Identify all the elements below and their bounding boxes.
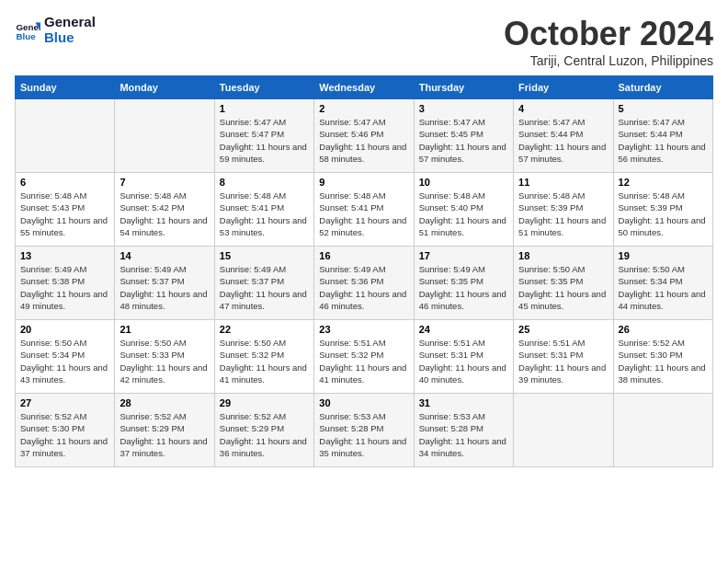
calendar-cell: 19Sunrise: 5:50 AM Sunset: 5:34 PM Dayli… (613, 247, 712, 320)
cell-sun-info: Sunrise: 5:48 AM Sunset: 5:39 PM Dayligh… (518, 190, 608, 238)
calendar-cell: 7Sunrise: 5:48 AM Sunset: 5:42 PM Daylig… (115, 173, 214, 247)
day-number: 4 (518, 103, 608, 114)
cell-sun-info: Sunrise: 5:50 AM Sunset: 5:35 PM Dayligh… (518, 263, 608, 312)
location: Tariji, Central Luzon, Philippines (504, 53, 713, 68)
cell-sun-info: Sunrise: 5:47 AM Sunset: 5:44 PM Dayligh… (619, 116, 708, 165)
day-number: 14 (119, 250, 209, 261)
calendar-cell: 21Sunrise: 5:50 AM Sunset: 5:33 PM Dayli… (115, 320, 214, 394)
day-number: 25 (518, 324, 608, 335)
cell-sun-info: Sunrise: 5:53 AM Sunset: 5:28 PM Dayligh… (319, 410, 408, 459)
cell-sun-info: Sunrise: 5:48 AM Sunset: 5:41 PM Dayligh… (319, 190, 408, 238)
logo-text-blue: Blue (44, 30, 96, 46)
calendar-week-row: 27Sunrise: 5:52 AM Sunset: 5:30 PM Dayli… (16, 394, 713, 467)
cell-sun-info: Sunrise: 5:51 AM Sunset: 5:31 PM Dayligh… (518, 337, 608, 385)
col-header-monday: Monday (115, 76, 214, 99)
calendar-cell (613, 394, 712, 467)
calendar-cell: 1Sunrise: 5:47 AM Sunset: 5:47 PM Daylig… (214, 99, 313, 173)
cell-sun-info: Sunrise: 5:49 AM Sunset: 5:37 PM Dayligh… (220, 263, 309, 312)
title-block: October 2024 Tariji, Central Luzon, Phil… (504, 15, 713, 68)
day-number: 24 (419, 324, 508, 335)
calendar-cell: 23Sunrise: 5:51 AM Sunset: 5:32 PM Dayli… (314, 320, 414, 394)
cell-sun-info: Sunrise: 5:47 AM Sunset: 5:47 PM Dayligh… (220, 116, 309, 165)
day-number: 29 (220, 397, 309, 408)
day-number: 10 (419, 177, 508, 188)
day-number: 21 (119, 324, 209, 335)
calendar-cell: 5Sunrise: 5:47 AM Sunset: 5:44 PM Daylig… (613, 99, 712, 173)
col-header-thursday: Thursday (414, 76, 513, 99)
cell-sun-info: Sunrise: 5:47 AM Sunset: 5:46 PM Dayligh… (319, 116, 408, 165)
day-number: 28 (119, 397, 209, 408)
cell-sun-info: Sunrise: 5:52 AM Sunset: 5:29 PM Dayligh… (220, 410, 309, 459)
logo-text-general: General (44, 15, 96, 30)
calendar-cell: 4Sunrise: 5:47 AM Sunset: 5:44 PM Daylig… (514, 99, 613, 173)
calendar-cell: 10Sunrise: 5:48 AM Sunset: 5:40 PM Dayli… (414, 173, 513, 247)
calendar-cell: 28Sunrise: 5:52 AM Sunset: 5:29 PM Dayli… (115, 394, 214, 467)
calendar-cell (16, 99, 115, 173)
page-header: General Blue General Blue October 2024 T… (15, 15, 713, 68)
day-number: 30 (319, 397, 408, 408)
day-number: 26 (619, 324, 708, 335)
cell-sun-info: Sunrise: 5:48 AM Sunset: 5:41 PM Dayligh… (220, 190, 309, 238)
calendar-cell: 20Sunrise: 5:50 AM Sunset: 5:34 PM Dayli… (16, 320, 115, 394)
cell-sun-info: Sunrise: 5:47 AM Sunset: 5:44 PM Dayligh… (518, 116, 608, 165)
day-number: 20 (20, 324, 109, 335)
day-number: 12 (619, 177, 708, 188)
day-number: 15 (220, 250, 309, 261)
cell-sun-info: Sunrise: 5:48 AM Sunset: 5:43 PM Dayligh… (20, 190, 109, 238)
day-number: 16 (319, 250, 408, 261)
day-number: 5 (619, 103, 708, 114)
day-number: 2 (319, 103, 408, 114)
calendar-cell: 6Sunrise: 5:48 AM Sunset: 5:43 PM Daylig… (16, 173, 115, 247)
cell-sun-info: Sunrise: 5:49 AM Sunset: 5:38 PM Dayligh… (20, 263, 109, 312)
day-number: 11 (518, 177, 608, 188)
calendar-cell: 14Sunrise: 5:49 AM Sunset: 5:37 PM Dayli… (115, 247, 214, 320)
calendar-cell: 18Sunrise: 5:50 AM Sunset: 5:35 PM Dayli… (514, 247, 613, 320)
calendar-cell: 3Sunrise: 5:47 AM Sunset: 5:45 PM Daylig… (414, 99, 513, 173)
calendar-week-row: 1Sunrise: 5:47 AM Sunset: 5:47 PM Daylig… (16, 99, 713, 173)
day-number: 3 (419, 103, 508, 114)
day-number: 19 (619, 250, 708, 261)
day-number: 13 (20, 250, 109, 261)
col-header-sunday: Sunday (16, 76, 115, 99)
col-header-friday: Friday (514, 76, 613, 99)
cell-sun-info: Sunrise: 5:49 AM Sunset: 5:36 PM Dayligh… (319, 263, 408, 312)
day-number: 1 (220, 103, 309, 114)
col-header-wednesday: Wednesday (314, 76, 414, 99)
calendar-cell: 26Sunrise: 5:52 AM Sunset: 5:30 PM Dayli… (613, 320, 712, 394)
calendar-cell: 15Sunrise: 5:49 AM Sunset: 5:37 PM Dayli… (214, 247, 313, 320)
month-title: October 2024 (504, 15, 713, 53)
calendar-cell: 25Sunrise: 5:51 AM Sunset: 5:31 PM Dayli… (514, 320, 613, 394)
calendar-cell: 31Sunrise: 5:53 AM Sunset: 5:28 PM Dayli… (414, 394, 513, 467)
cell-sun-info: Sunrise: 5:48 AM Sunset: 5:40 PM Dayligh… (419, 190, 508, 238)
cell-sun-info: Sunrise: 5:49 AM Sunset: 5:35 PM Dayligh… (419, 263, 508, 312)
calendar-cell: 9Sunrise: 5:48 AM Sunset: 5:41 PM Daylig… (314, 173, 414, 247)
cell-sun-info: Sunrise: 5:48 AM Sunset: 5:39 PM Dayligh… (619, 190, 708, 238)
calendar-cell: 12Sunrise: 5:48 AM Sunset: 5:39 PM Dayli… (613, 173, 712, 247)
cell-sun-info: Sunrise: 5:52 AM Sunset: 5:30 PM Dayligh… (619, 337, 708, 385)
cell-sun-info: Sunrise: 5:51 AM Sunset: 5:32 PM Dayligh… (319, 337, 408, 385)
day-number: 6 (20, 177, 109, 188)
calendar-cell: 13Sunrise: 5:49 AM Sunset: 5:38 PM Dayli… (16, 247, 115, 320)
calendar-table: SundayMondayTuesdayWednesdayThursdayFrid… (15, 75, 713, 467)
day-number: 22 (220, 324, 309, 335)
day-number: 23 (319, 324, 408, 335)
cell-sun-info: Sunrise: 5:50 AM Sunset: 5:33 PM Dayligh… (119, 337, 209, 385)
col-header-tuesday: Tuesday (214, 76, 313, 99)
cell-sun-info: Sunrise: 5:51 AM Sunset: 5:31 PM Dayligh… (419, 337, 508, 385)
calendar-cell: 8Sunrise: 5:48 AM Sunset: 5:41 PM Daylig… (214, 173, 313, 247)
calendar-cell: 27Sunrise: 5:52 AM Sunset: 5:30 PM Dayli… (16, 394, 115, 467)
calendar-week-row: 20Sunrise: 5:50 AM Sunset: 5:34 PM Dayli… (16, 320, 713, 394)
day-number: 9 (319, 177, 408, 188)
cell-sun-info: Sunrise: 5:50 AM Sunset: 5:34 PM Dayligh… (619, 263, 708, 312)
cell-sun-info: Sunrise: 5:50 AM Sunset: 5:34 PM Dayligh… (20, 337, 109, 385)
day-number: 27 (20, 397, 109, 408)
day-number: 18 (518, 250, 608, 261)
logo: General Blue General Blue (15, 15, 96, 45)
calendar-cell: 30Sunrise: 5:53 AM Sunset: 5:28 PM Dayli… (314, 394, 414, 467)
calendar-cell: 17Sunrise: 5:49 AM Sunset: 5:35 PM Dayli… (414, 247, 513, 320)
calendar-cell: 16Sunrise: 5:49 AM Sunset: 5:36 PM Dayli… (314, 247, 414, 320)
calendar-cell: 29Sunrise: 5:52 AM Sunset: 5:29 PM Dayli… (214, 394, 313, 467)
day-number: 17 (419, 250, 508, 261)
calendar-header-row: SundayMondayTuesdayWednesdayThursdayFrid… (16, 76, 713, 99)
svg-text:Blue: Blue (16, 30, 36, 40)
